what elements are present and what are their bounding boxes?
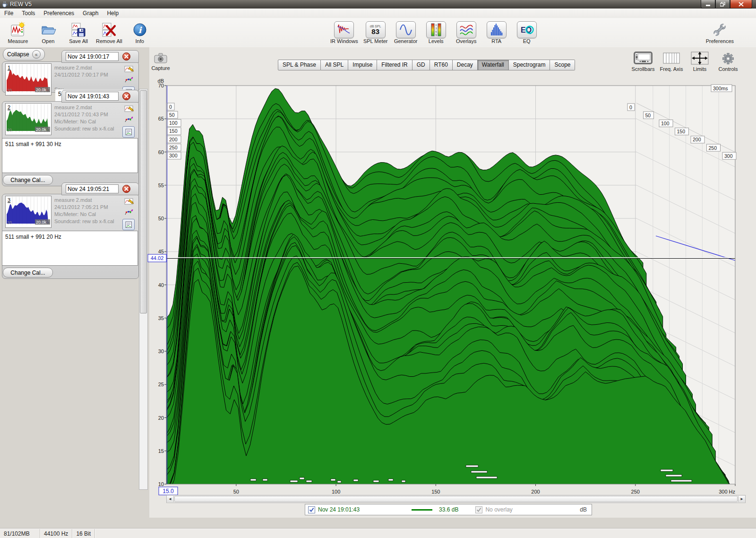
edit-trace-icon[interactable] [124, 104, 134, 113]
measurement-thumbnail[interactable]: 22020.0k [5, 103, 52, 135]
trace-options-icon[interactable] [124, 208, 134, 216]
change-cal-button[interactable]: Change Cal... [3, 268, 53, 278]
info-button[interactable]: iInfo [125, 19, 155, 45]
open-button[interactable]: Open [33, 19, 63, 45]
measurement-file: measure 2.mdat [54, 197, 121, 204]
notes-button[interactable] [122, 126, 135, 138]
close-measurement-icon[interactable] [122, 52, 130, 61]
svg-text:20: 20 [7, 220, 12, 225]
capture-label: Capture [150, 65, 171, 71]
capture-button[interactable]: Capture [150, 52, 171, 71]
levels-button[interactable]: 0369Levels [421, 19, 451, 45]
edit-trace-icon[interactable] [124, 197, 134, 206]
chart-hscrollbar-thumb[interactable] [174, 496, 738, 502]
title-bar: REW V5 [0, 0, 756, 9]
ir-windows-button[interactable]: IR Windows [328, 19, 361, 45]
close-measurement-icon[interactable] [122, 185, 130, 193]
measurement-file: measure 2.mdat [54, 64, 121, 71]
limits-icon [690, 50, 710, 66]
levels-icon: 0369 [426, 21, 446, 38]
tab-filtered-ir[interactable]: Filtered IR [377, 60, 412, 70]
menu-bar: FileToolsPreferencesGraphHelp [0, 9, 756, 18]
tab-spl-phase[interactable]: SPL & Phase [278, 60, 321, 70]
measurements-panel: Collapse « 12020.0kmeasure 2.mdat24/11/2… [0, 47, 149, 518]
sample-rate-status: 44100 Hz [40, 529, 72, 538]
svg-text:3: 3 [435, 27, 437, 30]
graph-panel [149, 47, 756, 518]
svg-text:20: 20 [7, 128, 12, 132]
svg-text:0: 0 [435, 24, 437, 26]
edit-trace-icon[interactable] [124, 65, 134, 73]
eq-button[interactable]: EQEQ [512, 19, 542, 45]
open-icon [40, 21, 56, 38]
collapse-button[interactable]: Collapse « [3, 48, 45, 61]
save-all-button[interactable]: Save All [63, 19, 94, 45]
tab-gd[interactable]: GD [412, 60, 430, 70]
rta-button[interactable]: RTA [481, 19, 512, 45]
app-window: REW V5 FileToolsPreferencesGraphHelp Mea… [0, 0, 756, 538]
menu-file[interactable]: File [0, 9, 17, 17]
spl-meter-button[interactable]: dB SPL83SPL Meter [361, 19, 391, 45]
preferences-icon [711, 21, 728, 38]
legend-value: 33.6 dB [439, 506, 458, 513]
measurement-name-field[interactable] [66, 92, 119, 101]
overlays-button[interactable]: Overlays [451, 19, 481, 45]
limits-button[interactable]: Limits [688, 50, 712, 72]
measure-button[interactable]: Measure [3, 19, 33, 45]
menu-tools[interactable]: Tools [17, 9, 39, 17]
measurement-note[interactable]: 511 small + 991 30 Hz [2, 138, 138, 173]
eq-icon: EQ [517, 21, 537, 38]
scroll-left-icon[interactable]: ◄ [167, 496, 174, 502]
preferences-button[interactable]: Preferences [704, 19, 736, 45]
tab-impulse[interactable]: Impulse [348, 60, 377, 70]
svg-text:20.0k: 20.0k [36, 220, 47, 225]
tab-all-spl[interactable]: All SPL [321, 60, 348, 70]
notes-button[interactable] [122, 219, 135, 230]
measurement-name-field[interactable] [66, 184, 119, 193]
maximize-button[interactable] [715, 0, 730, 9]
measurement-tab [61, 182, 139, 195]
sidebar-scrollbar[interactable] [139, 89, 148, 490]
measurement-thumbnail[interactable]: 32020.0k [5, 196, 52, 228]
minimize-button[interactable] [701, 0, 715, 9]
close-measurement-icon[interactable] [122, 92, 130, 100]
measurement-name-field[interactable] [66, 52, 119, 61]
chevron-left-icon: « [32, 50, 41, 59]
tab-scope[interactable]: Scope [550, 60, 575, 70]
scrollbars-button[interactable]: Scrollbars [631, 50, 655, 72]
trace-options-icon[interactable] [124, 75, 134, 84]
generator-button[interactable]: Generator [391, 19, 421, 45]
chart-hscrollbar[interactable]: ◄ ► [166, 495, 746, 503]
menu-help[interactable]: Help [103, 9, 123, 17]
window-title: REW V5 [10, 1, 32, 8]
close-button[interactable] [730, 0, 752, 9]
collapse-label: Collapse [7, 51, 29, 58]
save-all-icon [70, 21, 86, 38]
measurement-mic: Mic/Meter: No Cal [54, 118, 121, 125]
svg-text:2: 2 [8, 104, 10, 110]
tab-spectrogram[interactable]: Spectrogram [509, 60, 550, 70]
measurement-soundcard-clipped: Sou [3, 87, 64, 92]
measurement-tab [61, 90, 139, 103]
measurement-datetime: 24/11/2012 7:00:17 PM [54, 71, 121, 78]
status-bar: 81/102MB 44100 Hz 16 Bit [0, 529, 756, 538]
tab-rt60[interactable]: RT60 [430, 60, 453, 70]
overlay-checkbox[interactable] [475, 506, 482, 513]
sidebar-scrollbar-thumb[interactable] [140, 90, 147, 313]
measure-icon [10, 21, 26, 38]
menu-graph[interactable]: Graph [78, 9, 103, 17]
tab-decay[interactable]: Decay [453, 60, 478, 70]
measurement-note[interactable]: 511 small + 991 20 Hz [2, 231, 138, 266]
menu-preferences[interactable]: Preferences [39, 9, 78, 17]
trace-options-icon[interactable] [124, 115, 134, 123]
remove-all-button[interactable]: Remove All [94, 19, 125, 45]
legend-checkbox[interactable] [308, 506, 315, 513]
java-cup-icon [1, 1, 8, 8]
tab-waterfall[interactable]: Waterfall [478, 60, 509, 70]
scroll-right-icon[interactable]: ► [738, 496, 745, 502]
change-cal-button[interactable]: Change Cal... [3, 175, 53, 185]
freq-axis-icon [661, 50, 682, 66]
freq-axis-button[interactable]: Freq. Axis [660, 50, 683, 72]
controls-button[interactable]: Controls [716, 50, 740, 72]
legend-unit: dB [580, 506, 587, 513]
